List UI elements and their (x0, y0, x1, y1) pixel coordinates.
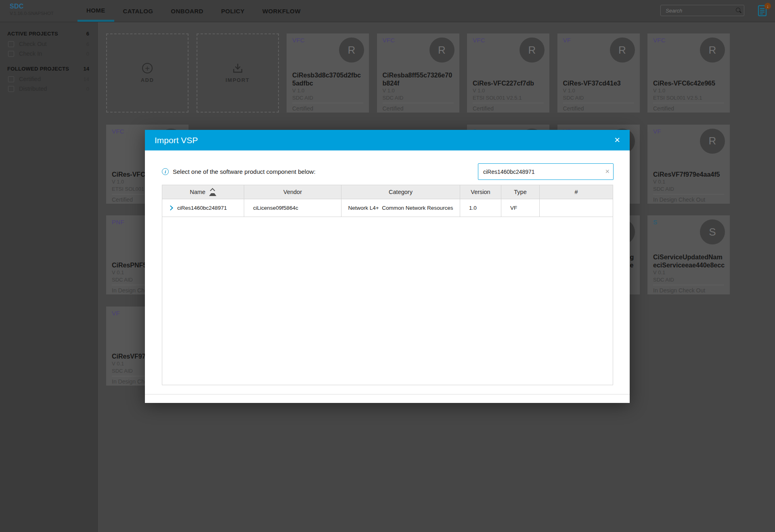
import-icon (232, 63, 243, 73)
sidebar-item-check-in[interactable]: Check In0 (0, 49, 97, 58)
notifications-button[interactable]: ↓ (758, 5, 770, 18)
catalog-card[interactable]: VFCRCiResb3d8c3705d2fbc5adfbcV 1.0SDC AI… (287, 33, 369, 113)
column-header-label: Version (471, 189, 490, 195)
card-type-label: PNF (112, 219, 124, 225)
tab-workflow[interactable]: WORKFLOW (253, 0, 310, 22)
card-status: Certified (653, 105, 674, 112)
avatar: S (700, 219, 725, 244)
card-version: V 1.0 (292, 88, 304, 94)
import-label: IMPORT (226, 77, 250, 83)
card-name: CiRes-VF37cd41e3 (563, 79, 635, 88)
card-divider (653, 194, 724, 194)
sidebar-section-title-row: FOLLOWED PROJECTS14 (0, 63, 97, 74)
catalog-card[interactable]: VFRCiResVF7f979e4aa4f5V 0.1SDC AIDIn Des… (647, 125, 730, 204)
card-name: CiServiceUpdatedNameciServiceeae440e8ecc… (653, 253, 725, 269)
app-logo[interactable]: SDC V.1.16.0-SNAPSHOT (10, 3, 54, 16)
instruction-row: i Select one of the software product com… (162, 163, 316, 180)
card-name: CiRes-VFC227cf7db (473, 79, 545, 88)
sidebar-item-check-out[interactable]: Check Out6 (0, 39, 97, 49)
vsp-category-cell: Network L4+ Common Network Resources (341, 199, 460, 217)
card-divider (473, 103, 544, 103)
vsp-type-cell: VF (501, 199, 540, 217)
checkbox[interactable] (8, 41, 14, 47)
card-version: V 0.1 (653, 179, 665, 185)
vsp-name-cell[interactable]: ciRes1460bc248971 (162, 199, 244, 217)
card-standard: SDC AID (653, 277, 674, 283)
tab-home[interactable]: HOME (78, 0, 114, 22)
sidebar-item-label: Distributed (19, 86, 86, 92)
sidebar-section-title: FOLLOWED PROJECTS (7, 66, 84, 72)
sidebar-item-count: 14 (84, 76, 89, 82)
sidebar-item-count: 0 (86, 86, 89, 92)
card-divider (563, 103, 634, 103)
checkbox[interactable] (8, 51, 14, 57)
catalog-card[interactable]: VFCRCiRes-VFC6c42e965V 1.0ETSI SOL001 V2… (647, 33, 730, 113)
vsp-table-header: NameVendorCategoryVersionType# (162, 185, 613, 199)
sidebar-section: FOLLOWED PROJECTS14Certified14Distribute… (0, 63, 97, 94)
card-version: V 1.0 (563, 88, 575, 94)
vsp-table: NameVendorCategoryVersionType# ciRes1460… (162, 185, 613, 385)
sidebar-section-count: 6 (86, 31, 89, 37)
import-vsp-modal: Import VSP × i Select one of the softwar… (145, 130, 630, 403)
card-name: CiResb3d8c3705d2fbc5adfbc (292, 71, 364, 88)
sidebar-section-count: 14 (84, 66, 89, 72)
header-search (660, 5, 744, 16)
sidebar-item-certified[interactable]: Certified14 (0, 74, 97, 84)
plus-icon: + (142, 63, 153, 73)
sort-asc-icon (209, 189, 216, 196)
sidebar-item-label: Check In (19, 50, 86, 57)
card-status: Certified (563, 105, 584, 112)
tab-policy[interactable]: POLICY (212, 0, 253, 22)
column-header-name[interactable]: Name (162, 185, 244, 199)
catalog-card[interactable]: SSCiServiceUpdatedNameciServiceeae440e8e… (647, 215, 730, 294)
column-header-type[interactable]: Type (501, 185, 540, 199)
card-divider (383, 103, 454, 103)
vsp-filter-input[interactable] (478, 164, 613, 179)
card-standard: SDC AID (563, 95, 584, 101)
avatar: R (700, 129, 725, 154)
card-type-label: VF (563, 37, 571, 44)
sidebar-item-label: Check Out (19, 41, 86, 47)
column-header-version[interactable]: Version (460, 185, 501, 199)
vsp-row[interactable]: ciRes1460bc248971ciLicense09f5864cNetwor… (162, 199, 613, 217)
column-header-label: Vendor (283, 189, 302, 195)
card-type-label: VFC (292, 37, 305, 44)
search-icon (736, 8, 740, 12)
add-card[interactable]: +ADD (106, 33, 189, 113)
close-icon[interactable]: × (612, 130, 622, 150)
checkbox[interactable] (8, 76, 14, 82)
catalog-card[interactable]: VFCRCiRes-VFC227cf7dbV 1.0ETSI SOL001 V2… (467, 33, 549, 113)
column-header-hash[interactable]: # (540, 185, 613, 199)
column-header-category[interactable]: Category (341, 185, 460, 199)
info-icon: i (162, 168, 169, 175)
avatar: R (429, 38, 455, 63)
column-header-label: Category (389, 189, 413, 195)
catalog-card[interactable]: VFCRCiResba8ff55c7326e70b824fV 1.0SDC AI… (377, 33, 459, 113)
import-card[interactable]: IMPORT (197, 33, 279, 113)
avatar: R (339, 38, 364, 63)
sidebar-item-distributed[interactable]: Distributed0 (0, 84, 97, 94)
tab-catalog[interactable]: CATALOG (114, 0, 162, 22)
sidebar-item-count: 0 (86, 51, 89, 57)
vsp-version-cell: 1.0 (460, 199, 501, 217)
card-divider (653, 285, 724, 285)
column-header-vendor[interactable]: Vendor (244, 185, 341, 199)
modal-title: Import VSP (155, 130, 198, 150)
vsp-name: ciRes1460bc248971 (177, 205, 227, 211)
version-text: V.1.16.0-SNAPSHOT (10, 11, 54, 16)
card-name: CiRes-VFC6c42e965 (653, 79, 725, 88)
app-header: SDC V.1.16.0-SNAPSHOT HOMECATALOGONBOARD… (0, 0, 775, 22)
sidebar-item-label: Certified (19, 76, 84, 82)
card-type-label: VFC (383, 37, 395, 44)
expand-chevron-icon[interactable] (168, 205, 173, 211)
sidebar-section-title-row: ACTIVE PROJECTS6 (0, 27, 97, 39)
card-version: V 0.1 (112, 361, 124, 367)
card-status: Certified (383, 105, 404, 112)
header-search-input[interactable] (661, 5, 744, 16)
clear-filter-icon[interactable]: × (605, 167, 610, 176)
card-version: V 0.1 (112, 269, 124, 275)
tab-onboard[interactable]: ONBOARD (162, 0, 212, 22)
checkbox[interactable] (8, 86, 14, 92)
avatar: R (610, 38, 635, 63)
catalog-card[interactable]: VFRCiRes-VF37cd41e3V 1.0SDC AIDCertified (557, 33, 640, 113)
